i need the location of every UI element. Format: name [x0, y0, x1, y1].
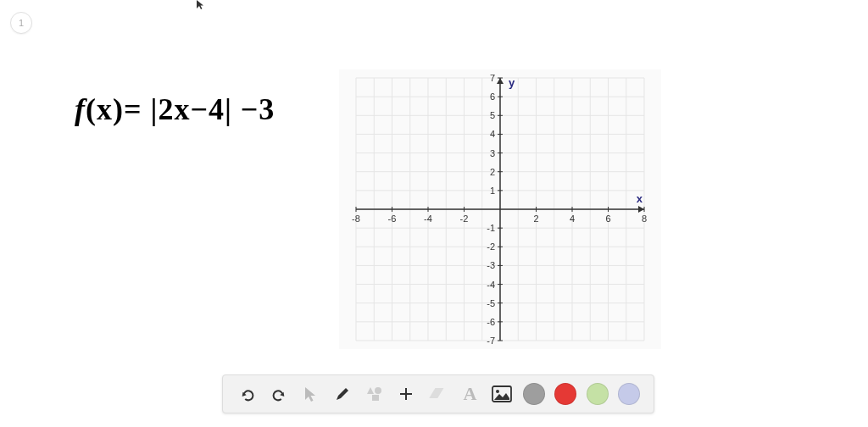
- shapes-button[interactable]: [361, 380, 388, 408]
- svg-text:4: 4: [570, 214, 575, 224]
- redo-icon: [270, 385, 288, 403]
- svg-text:6: 6: [490, 92, 495, 102]
- pen-icon: [334, 385, 351, 402]
- svg-text:x: x: [637, 192, 643, 205]
- pen-button[interactable]: [329, 380, 356, 408]
- equation-text: ff(x) = |2x − 4| − 3(x)= |2x−4| −3: [75, 92, 275, 127]
- svg-text:y: y: [509, 76, 515, 89]
- select-button[interactable]: [298, 380, 325, 408]
- svg-point-87: [496, 390, 499, 393]
- svg-text:-3: -3: [487, 260, 495, 270]
- page-number-badge[interactable]: 1: [10, 12, 32, 34]
- svg-text:-5: -5: [487, 298, 495, 308]
- page-number-value: 1: [19, 18, 24, 28]
- svg-text:-6: -6: [487, 317, 495, 327]
- color-green-button[interactable]: [584, 380, 611, 408]
- coordinate-plane-chart: -8-6-4-22468-7-6-5-4-3-2-11234567yx: [339, 69, 661, 349]
- eraser-icon: [429, 386, 448, 402]
- svg-text:-1: -1: [487, 223, 495, 233]
- grey-swatch-icon: [523, 383, 545, 405]
- color-purple-button[interactable]: [615, 380, 643, 408]
- cursor-icon: [197, 0, 205, 13]
- svg-text:3: 3: [490, 148, 495, 158]
- green-swatch-icon: [587, 383, 609, 405]
- shapes-icon: [365, 385, 384, 402]
- equation-function-name: f: [75, 92, 86, 126]
- svg-text:5: 5: [490, 110, 495, 120]
- image-button[interactable]: [488, 380, 515, 408]
- svg-text:1: 1: [490, 186, 495, 196]
- svg-text:-2: -2: [460, 214, 469, 224]
- svg-point-84: [375, 387, 381, 394]
- drawing-toolbar: A: [222, 374, 654, 413]
- add-button[interactable]: [392, 380, 420, 408]
- undo-button[interactable]: [234, 380, 261, 408]
- undo-icon: [238, 385, 257, 403]
- pointer-icon: [303, 385, 319, 402]
- svg-text:8: 8: [642, 214, 647, 224]
- svg-rect-85: [372, 395, 379, 401]
- color-grey-button[interactable]: [520, 380, 548, 408]
- svg-text:6: 6: [605, 214, 610, 224]
- svg-text:4: 4: [490, 129, 495, 139]
- eraser-button[interactable]: [425, 380, 452, 408]
- text-button[interactable]: A: [456, 380, 483, 408]
- svg-text:-2: -2: [487, 241, 495, 252]
- text-icon: A: [464, 383, 477, 405]
- svg-text:-6: -6: [388, 214, 397, 224]
- redo-button[interactable]: [265, 380, 292, 408]
- svg-text:2: 2: [490, 167, 495, 177]
- image-icon: [492, 385, 512, 402]
- svg-text:-4: -4: [424, 214, 432, 224]
- purple-swatch-icon: [618, 383, 640, 405]
- svg-text:2: 2: [533, 214, 538, 224]
- red-swatch-icon: [554, 383, 576, 405]
- svg-text:-7: -7: [487, 336, 495, 346]
- plus-icon: [398, 385, 415, 402]
- svg-text:7: 7: [490, 73, 495, 83]
- svg-text:-8: -8: [352, 214, 360, 224]
- svg-marker-83: [367, 387, 374, 394]
- svg-text:-4: -4: [487, 280, 495, 290]
- color-red-button[interactable]: [552, 380, 579, 408]
